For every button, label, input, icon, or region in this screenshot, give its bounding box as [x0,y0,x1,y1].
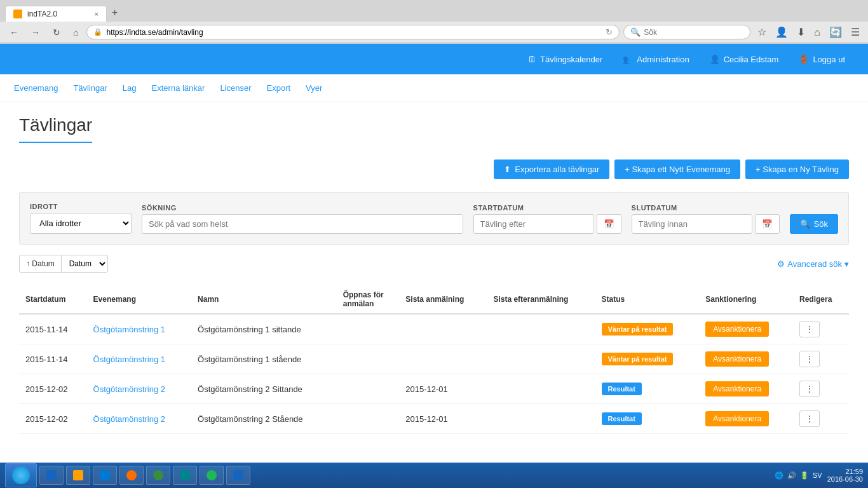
browser-search-bar[interactable]: 🔍 [623,25,750,39]
active-tab[interactable]: indTA2.0 × [5,6,107,22]
user-icon: 👤 [710,55,720,64]
cell-sanktionering: Avsanktionera [699,344,793,374]
back-button[interactable]: ← [5,25,23,40]
subnav-evenemang[interactable]: Evenemang [13,81,59,95]
search-button[interactable]: 🔍 Sök [790,214,838,234]
cell-evenemang: Östgötamönstring 2 [87,404,191,434]
col-sanktionering: Sanktionering [699,285,793,314]
filter-idrott-label: IDROTT [30,203,132,210]
filter-sokning-label: SÖKNING [142,204,463,212]
url-bar[interactable]: 🔒 ↻ [86,25,620,39]
table-row: 2015-12-02 Östgötamönstring 2 Östgötamön… [19,404,849,434]
col-startdatum: Startdatum [19,285,87,314]
home-button[interactable]: ⌂ [69,25,83,40]
startdatum-calendar-button[interactable]: 📅 [597,214,621,234]
col-oppnas: Öppnas för anmälan [337,285,400,314]
evenemang-link[interactable]: Östgötamönstring 2 [93,414,165,424]
download-icon[interactable]: ⬇ [794,24,808,40]
subnav-licenser[interactable]: Licenser [219,81,252,95]
create-competition-button[interactable]: + Skapa en Ny Tävling [745,159,849,179]
export-all-button[interactable]: ⬆ Exportera alla tävlingar [494,159,609,179]
filter-idrott-select[interactable]: Alla idrotter [30,213,132,234]
forward-button[interactable]: → [27,25,44,40]
sync-icon[interactable]: 🔄 [826,24,845,40]
slutdatum-group: 📅 [632,214,780,234]
browser-search-input[interactable] [644,28,739,37]
filter-slutdatum-input[interactable] [632,214,752,234]
calendar-icon: 🗓 [528,55,536,64]
subnav-export[interactable]: Export [266,81,292,95]
cell-namn: Östgötamönstring 1 sittande [191,314,337,344]
avsanktionera-button[interactable]: Avsanktionera [705,381,769,396]
subnav-tavlingar[interactable]: Tävlingar [72,81,108,95]
header-label-tavlingskalender: Tävlingskalender [540,55,602,64]
cell-sista-anmalning [399,314,487,344]
filter-startdatum-input[interactable] [473,214,594,234]
cell-sista-efteranmalning [487,374,595,404]
header-label-user: Cecilia Edstam [724,55,779,64]
new-tab-button[interactable]: + [107,4,123,22]
table-body: 2015-11-14 Östgötamönstring 1 Östgötamön… [19,314,849,434]
cell-evenemang: Östgötamönstring 1 [87,344,191,374]
cell-namn: Östgötamönstring 1 stående [191,344,337,374]
subnav-vyer[interactable]: Vyer [304,81,323,95]
cell-redigera: ⋮ [793,404,849,434]
lock-icon: 🔒 [93,28,102,36]
filter-row: IDROTT Alla idrotter SÖKNING STARTDATUM … [30,203,838,234]
avsanktionera-button[interactable]: Avsanktionera [705,322,769,337]
create-event-button[interactable]: + Skapa ett Nytt Evenemang [614,159,740,179]
header-link-administration[interactable]: 👥 Administration [613,46,699,73]
header-link-logout[interactable]: 🚪 Logga ut [789,46,855,73]
tab-close-button[interactable]: × [95,10,98,18]
cell-sista-efteranmalning [487,404,595,434]
avsanktionera-button[interactable]: Avsanktionera [705,351,769,367]
url-input[interactable] [106,28,602,37]
evenemang-link[interactable]: Östgötamönstring 1 [93,325,165,334]
col-namn: Namn [191,285,337,314]
export-icon: ⬆ [504,165,511,174]
cell-namn: Östgötamönstring 2 Sittande [191,374,337,404]
edit-menu-button[interactable]: ⋮ [799,381,820,397]
cell-evenemang: Östgötamönstring 1 [87,314,191,344]
user-account-icon[interactable]: 👤 [772,24,791,40]
home-icon[interactable]: ⌂ [811,24,824,40]
startdatum-group: 📅 [473,214,621,234]
filter-section: IDROTT Alla idrotter SÖKNING STARTDATUM … [19,192,849,245]
filter-sokning-input[interactable] [142,214,463,234]
filter-slutdatum: SLUTDATUM 📅 [632,204,780,234]
sort-row: ↑ Datum Datum ⚙ Avancerad sök ▾ [19,255,849,273]
sort-dropdown[interactable]: Datum [61,255,107,272]
tab-favicon [13,10,22,18]
header-link-tavlingskalender[interactable]: 🗓 Tävlingskalender [518,46,613,73]
cell-startdatum: 2015-11-14 [19,344,87,374]
filter-slutdatum-label: SLUTDATUM [632,204,780,212]
edit-menu-button[interactable]: ⋮ [799,321,820,337]
col-status: Status [595,285,700,314]
header-label-administration: Administration [637,55,689,64]
cell-redigera: ⋮ [793,344,849,374]
competitions-table: Startdatum Evenemang Namn Öppnas för anm… [19,285,849,434]
reload-icon[interactable]: ↻ [606,27,613,37]
slutdatum-calendar-button[interactable]: 📅 [755,214,780,234]
evenemang-link[interactable]: Östgötamönstring 1 [93,355,165,364]
cell-status: Väntar på resultat [595,314,700,344]
status-badge: Väntar på resultat [602,323,674,336]
advanced-search-toggle[interactable]: ⚙ Avancerad sök ▾ [777,259,849,269]
header-link-user[interactable]: 👤 Cecilia Edstam [700,46,789,73]
cell-namn: Östgötamönstring 2 Stående [191,404,337,434]
evenemang-link[interactable]: Östgötamönstring 2 [93,384,165,394]
menu-icon[interactable]: ☰ [848,24,863,40]
edit-menu-button[interactable]: ⋮ [799,351,820,367]
avsanktionera-button[interactable]: Avsanktionera [705,411,769,426]
edit-menu-button[interactable]: ⋮ [799,410,820,427]
subnav-lag[interactable]: Lag [121,81,138,95]
bookmark-icon[interactable]: ☆ [754,24,770,40]
subnav-externa-lankar[interactable]: Externa länkar [151,81,207,95]
sub-navigation: Evenemang Tävlingar Lag Externa länkar L… [0,74,868,102]
refresh-button[interactable]: ↻ [48,25,65,40]
table-container: Startdatum Evenemang Namn Öppnas för anm… [19,285,849,434]
cell-status: Resultat [595,374,700,404]
cell-oppnas [337,344,400,374]
filter-startdatum-label: STARTDATUM [473,204,621,212]
cell-sista-anmalning: 2015-12-01 [399,374,487,404]
